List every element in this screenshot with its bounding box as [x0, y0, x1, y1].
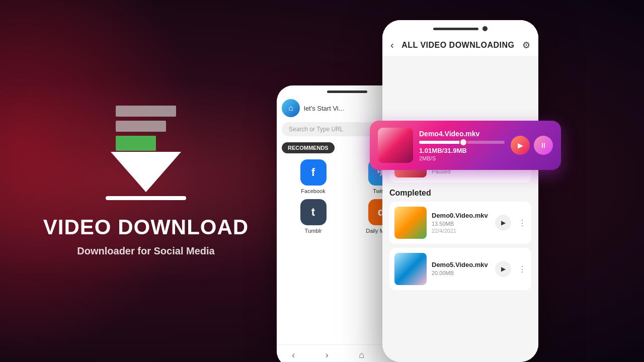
social-item-tumblr[interactable]: t Tumblr [282, 199, 345, 234]
more-button-0[interactable]: ⋮ [518, 218, 526, 228]
phone2-inner: ‹ ALL VIDEO DOWNLOADING ⚙ Demo1.Video.mk… [382, 20, 538, 362]
recommends-tab[interactable]: RECOMMENDS [282, 142, 335, 153]
active-info: Demo4.Video.mkv 1.01MB/31.9MB 2MB/S [419, 130, 505, 161]
home-icon[interactable]: ⌂ [282, 99, 300, 117]
active-play-button[interactable]: ▶ [511, 136, 530, 155]
tumblr-label: Tumblr [305, 228, 322, 234]
comp-thumb-0 [394, 207, 427, 239]
active-progress-fill [419, 141, 463, 144]
arrow-icon [111, 152, 181, 192]
phone2: ‹ ALL VIDEO DOWNLOADING ⚙ Demo1.Video.mk… [382, 20, 538, 362]
icon-bars [116, 106, 176, 151]
phone2-notch-dot [482, 26, 488, 31]
nav-home-icon[interactable]: ⌂ [359, 350, 364, 361]
active-size: 1.01MB/31.9MB [419, 147, 505, 154]
phone1-header-text: let's Start Vi... [304, 105, 344, 112]
active-thumb [378, 128, 413, 163]
back-button[interactable]: ‹ [390, 39, 394, 51]
comp-size-0: 13.50MB [432, 221, 490, 227]
app-title: VIDEO DOWNLOAD [43, 215, 249, 239]
active-download-card: Demo4.Video.mkv 1.01MB/31.9MB 2MB/S ▶ ⏸ [370, 121, 561, 170]
comp-play-button-5[interactable]: ▶ [495, 261, 511, 277]
nav-forward-icon[interactable]: › [326, 350, 329, 361]
phone1-notch-bar [327, 90, 367, 93]
completed-item-0: Demo0.Video.mkv 13.50MB 22/4/2021 ▶ ⋮ [389, 202, 531, 244]
facebook-icon: f [300, 159, 327, 186]
left-section: VIDEO DOWNLOAD Downloader for Social Med… [30, 0, 262, 362]
comp-filename-0: Demo0.Video.mkv [432, 212, 490, 219]
phone2-notch-bar [433, 28, 478, 30]
phones-wrapper: ⌂ let's Start Vi... Search or Type URL R… [272, 0, 644, 362]
comp-filename-5: Demo5.Video.mkv [432, 261, 490, 268]
download-progress-bar [106, 196, 186, 200]
icon-bar-mid [116, 121, 166, 132]
more-button-5[interactable]: ⋮ [518, 264, 526, 274]
icon-bar-top [116, 106, 176, 117]
home-symbol: ⌂ [288, 104, 293, 113]
app-icon [106, 106, 186, 200]
active-speed: 2MB/S [419, 155, 505, 161]
tumblr-icon: t [300, 199, 327, 225]
settings-button[interactable]: ⚙ [522, 40, 530, 51]
phone2-header: ‹ ALL VIDEO DOWNLOADING ⚙ [382, 35, 538, 56]
comp-date-0: 22/4/2021 [432, 228, 490, 234]
phone2-notch [382, 20, 538, 35]
icon-bar-green [116, 136, 156, 151]
social-item-facebook[interactable]: f Facebook [282, 159, 345, 194]
active-pause-button[interactable]: ⏸ [534, 136, 553, 155]
active-progress-thumb [459, 138, 467, 146]
facebook-label: Facebook [301, 188, 325, 194]
comp-play-button-0[interactable]: ▶ [495, 215, 511, 231]
comp-size-5: 20.00MB [432, 270, 490, 276]
app-subtitle: Downloader for Social Media [77, 245, 214, 257]
active-progress-wrap [419, 141, 505, 144]
active-filename: Demo4.Video.mkv [419, 130, 505, 138]
completed-item-5: Demo5.Video.mkv 20.00MB ▶ ⋮ [389, 248, 531, 290]
comp-info-5: Demo5.Video.mkv 20.00MB [432, 261, 490, 277]
comp-thumb-5 [394, 253, 427, 285]
active-thumb-img [378, 128, 413, 163]
completed-header: Completed [389, 187, 531, 202]
page-title: ALL VIDEO DOWNLOADING [401, 41, 514, 50]
comp-info-0: Demo0.Video.mkv 13.50MB 22/4/2021 [432, 212, 490, 234]
nav-back-icon[interactable]: ‹ [292, 350, 295, 361]
active-controls: ▶ ⏸ [511, 136, 553, 155]
